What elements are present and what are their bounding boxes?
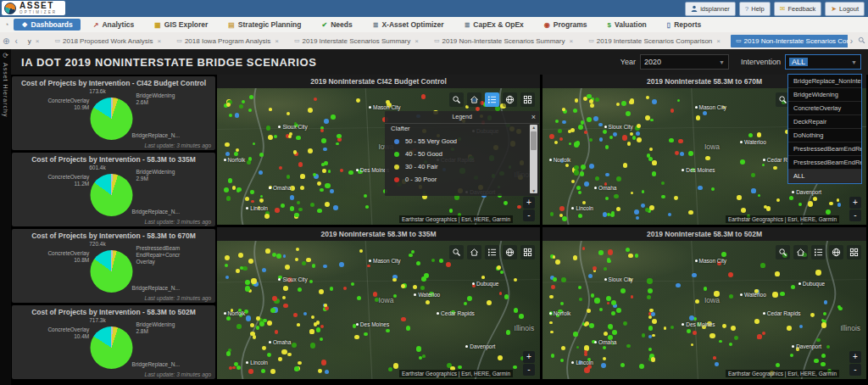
feedback-button[interactable]: ✉ Feedback (774, 2, 822, 16)
scroll-down-icon[interactable]: ▼ (530, 188, 537, 193)
dropdown-option-donothing[interactable]: DoNothing (788, 129, 861, 142)
city-label-lincoln: Lincoln (246, 205, 268, 211)
zoom-out-button[interactable]: - (523, 364, 535, 376)
app-logo[interactable]: ASSET OPTIMIZER (2, 1, 65, 15)
close-icon[interactable]: × (275, 37, 279, 45)
dropdown-option-bridgereplace-noninterst[interactable]: BridgeReplace_NonInterst... (788, 75, 861, 88)
help-button[interactable]: ? Help (739, 2, 771, 16)
map-canvas[interactable]: IowaIllinoisSioux CityMason CityWaterloo… (217, 241, 540, 379)
search-icon[interactable] (449, 245, 464, 259)
close-icon[interactable]: × (531, 111, 536, 123)
home-icon[interactable] (467, 245, 481, 259)
nav-item-dashboards[interactable]: ❖Dashboards (14, 19, 80, 31)
zoom-in-button[interactable]: + (523, 197, 535, 209)
close-icon[interactable]: × (569, 37, 573, 45)
zoom-out-button[interactable]: - (849, 209, 861, 221)
user-button[interactable]: idsplanner (685, 2, 736, 16)
tabs-scroll-right-icon[interactable]: › (850, 36, 853, 46)
tabs-scroll-left-icon[interactable]: ‹ (14, 36, 17, 46)
bridge-dot (775, 271, 780, 276)
tab-2019-interstate-scenarios-summary[interactable]: ▭2019 Interstate Scenarios Summary× (289, 35, 424, 47)
nav-item-reports[interactable]: ▯Reports (659, 19, 709, 31)
pie-slice-name: BridgeWidening (136, 92, 175, 98)
close-icon[interactable]: × (716, 37, 721, 45)
nav-item-analytics[interactable]: ↗Analytics (86, 19, 142, 31)
asset-hierarchy-strip[interactable]: ⟳ Asset Hierarchy (0, 49, 11, 385)
bridge-dot (449, 209, 453, 213)
zoom-in-button[interactable]: + (849, 351, 861, 363)
home-icon[interactable] (793, 245, 808, 259)
bridge-dot (245, 286, 250, 291)
pie-slice-label: BridgeWidening2.8M (136, 321, 188, 335)
legend-scrollbar[interactable]: ▲▼ (530, 125, 537, 193)
basemap-icon[interactable] (829, 245, 843, 259)
zoom-in-button[interactable]: + (523, 351, 535, 363)
tab-2019-non-interstate-scenarios-summary[interactable]: ▭2019 Non-Interstate Scenarios Summary× (429, 35, 578, 47)
dropdown-option-bridgewidening[interactable]: BridgeWidening (788, 88, 861, 102)
analytics-icon: ↗ (93, 21, 99, 29)
map-canvas[interactable]: IowaIllinoisSioux CityMason CityWaterloo… (542, 241, 866, 379)
year-select[interactable]: 2020 ▼ (640, 54, 729, 70)
tabs-search-icon[interactable] (858, 36, 865, 46)
legend-icon[interactable] (485, 245, 499, 259)
scroll-up-icon[interactable]: ▲ (530, 125, 537, 130)
extent-icon[interactable] (520, 245, 535, 259)
dropdown-option-deckrepair[interactable]: DeckRepair (788, 115, 861, 129)
nav-item-valuation[interactable]: $Valuation (600, 19, 654, 31)
tab-y[interactable]: y× (23, 35, 45, 47)
close-icon[interactable]: × (415, 37, 419, 45)
city-label-norfolk: Norfolk (224, 157, 246, 163)
dropdown-option-prestressedbeamendrepair[interactable]: PrestressedBeamEndRepair+... (788, 156, 861, 170)
nav-item-x-asset-optimizer[interactable]: ≣X-Asset Optimizer (365, 19, 452, 31)
bridge-dot (704, 287, 707, 290)
bridge-dot (632, 136, 637, 140)
city-label-waterloo: Waterloo (740, 292, 766, 298)
map-canvas[interactable]: IowaIllinoisSioux CityMason CityWaterloo… (217, 88, 540, 225)
dropdown-option-prestressedbeamendrepair[interactable]: PrestressedBeamEndRepair (788, 142, 861, 156)
bridge-dot (298, 208, 302, 211)
tab-label: 2019 Interstate Scenarios Summary (303, 37, 411, 45)
extent-icon[interactable] (847, 245, 861, 259)
nav-item-strategic-planning[interactable]: ▤Strategic Planning (220, 19, 309, 31)
nav-item-gis-explorer[interactable]: ▦GIS Explorer (147, 19, 215, 31)
tab-2019-interstate-scenarios-comparison[interactable]: ▭2019 Interstate Scenarios Comparison× (583, 35, 726, 47)
logo-subtitle: OPTIMIZER (19, 11, 57, 15)
history-icon[interactable]: ◔ (4, 20, 8, 29)
dropdown-option-concreteoverlay[interactable]: ConcreteOverlay (788, 102, 861, 115)
home-icon[interactable] (467, 92, 481, 107)
bridge-dot (715, 362, 719, 366)
zoom-in-button[interactable]: + (849, 197, 861, 209)
bridge-dot (357, 296, 361, 300)
zoom-out-button[interactable]: - (849, 364, 861, 376)
nav-item-capex-opex[interactable]: ≣CapEx & OpEx (457, 19, 531, 31)
city-name: Davenport (796, 189, 821, 195)
legend-icon[interactable] (485, 92, 499, 107)
pie-chart (91, 174, 133, 216)
bridge-dot (773, 166, 776, 170)
zoom-out-button[interactable]: - (523, 209, 535, 221)
search-icon[interactable] (776, 245, 790, 259)
add-dashboard-icon[interactable]: ⊕ (3, 36, 9, 46)
tab-2019-non-interstate-scenarios-comparison[interactable]: ▭2019 Non-Interstate Scenarios Compariso… (731, 35, 848, 47)
scroll-thumb[interactable] (531, 131, 537, 150)
close-icon[interactable]: × (36, 37, 40, 45)
search-icon[interactable] (449, 92, 464, 107)
close-icon[interactable]: × (158, 37, 162, 45)
logout-button[interactable]: ➤ Logout (825, 2, 865, 16)
bridge-dot (693, 331, 697, 335)
basemap-icon[interactable] (503, 92, 517, 107)
bridge-dot (519, 314, 524, 319)
intervention-select[interactable]: ALL ▼ (785, 54, 861, 70)
nav-item-needs[interactable]: ✔Needs (314, 19, 359, 31)
city-name: Norfolk (228, 310, 246, 316)
city-marker-icon (594, 341, 597, 343)
basemap-icon[interactable] (503, 245, 517, 259)
bridge-dot (576, 141, 580, 145)
legend-icon[interactable] (811, 245, 826, 259)
dropdown-option-all[interactable]: ALL (788, 170, 861, 183)
extent-icon[interactable] (520, 92, 535, 107)
tab-2018-proposed-work-analysis[interactable]: ▭2018 Proposed Work Analysis× (49, 35, 166, 47)
tab-2018-iowa-program-analysis[interactable]: ▭2018 Iowa Program Analysis× (171, 35, 284, 47)
nav-item-programs[interactable]: ◉Programs (537, 19, 595, 31)
bridge-dot (328, 170, 331, 173)
